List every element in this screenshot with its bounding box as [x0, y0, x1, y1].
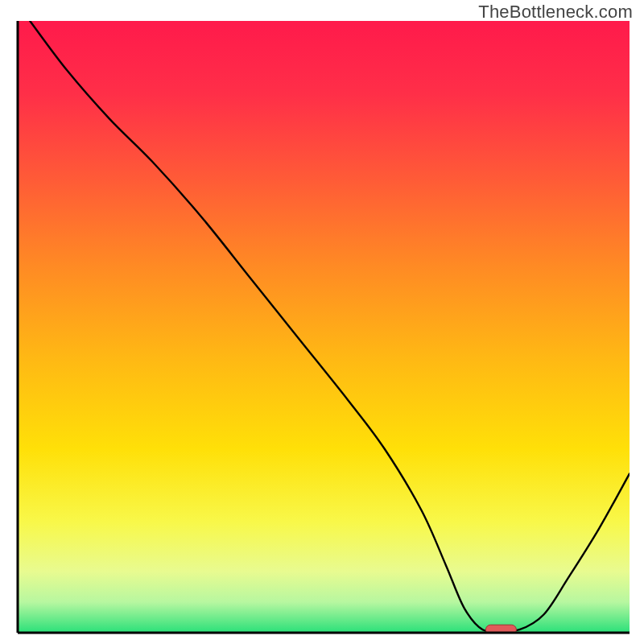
plot-background: [18, 21, 630, 633]
bottleneck-chart: [0, 0, 644, 644]
watermark-text: TheBottleneck.com: [478, 2, 633, 23]
chart-container: TheBottleneck.com: [0, 0, 644, 644]
